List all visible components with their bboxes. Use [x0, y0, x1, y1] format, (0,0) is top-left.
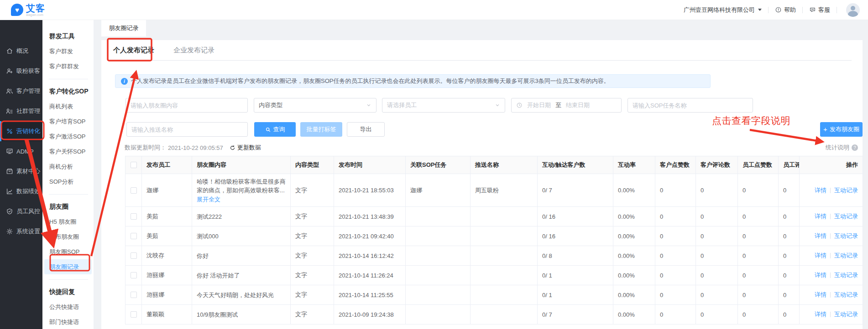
sidebar-item-员工风控[interactable]: 员工风控 — [0, 201, 42, 221]
cell-content: 今天天气好晴朗，处处好风光 — [192, 285, 291, 305]
date-range-picker[interactable]: 开始日期 至 结束日期 — [511, 98, 622, 113]
cell-sop — [406, 305, 471, 324]
submenu-item-客户群群发[interactable]: 客户群群发 — [42, 59, 94, 74]
home-icon — [6, 47, 13, 55]
page-tab-moments-record[interactable]: 朋友圈记录 — [101, 20, 146, 36]
cell-type: 文字 — [291, 207, 334, 226]
tab-personal-records[interactable]: 个人发布记录 — [113, 46, 154, 55]
detail-link[interactable]: 详情 — [815, 212, 826, 221]
submenu-item-客户激活SOP[interactable]: 客户激活SOP — [42, 129, 94, 144]
cell-push — [471, 226, 538, 246]
link-divider — [830, 272, 831, 278]
sidebar-item-数据绩效[interactable]: 数据绩效 — [0, 181, 42, 201]
sidebar-item-吸粉获客[interactable]: 吸粉获客 — [0, 61, 42, 81]
sop-task-input[interactable] — [633, 102, 748, 109]
cell-cust_comments: 0 — [696, 207, 738, 226]
divider — [837, 7, 837, 13]
push-name-input[interactable] — [131, 126, 243, 133]
cell-push — [471, 266, 538, 285]
interaction-record-link[interactable]: 互动记录 — [834, 271, 858, 279]
cell-cust_likes: 0 — [655, 305, 696, 324]
submenu-item-H5 朋友圈[interactable]: H5 朋友圈 — [42, 214, 94, 229]
submenu-item-客户培育SOP[interactable]: 客户培育SOP — [42, 114, 94, 129]
info-banner-text: 个人发布记录是员工在企业微信手机端对客户发布的朋友圈记录，朋友圈SOP任务的员工… — [131, 77, 610, 85]
expand-full-text-link[interactable]: 展开全文 — [197, 195, 220, 204]
row-checkbox[interactable] — [131, 187, 137, 194]
select-all-checkbox[interactable] — [131, 162, 137, 168]
cell-rate: 0.00% — [613, 226, 655, 246]
service-label: 客服 — [818, 6, 830, 14]
sidebar-item-ADMP[interactable]: ADMP — [0, 141, 42, 161]
cell-emp_likes: 0 — [738, 174, 779, 207]
detail-link[interactable]: 详情 — [815, 186, 826, 195]
cell-sop — [406, 207, 471, 226]
cell-cust_comments: 0 — [696, 305, 738, 324]
detail-link[interactable]: 详情 — [815, 252, 826, 260]
link-divider — [830, 312, 831, 317]
stats-explain-link[interactable]: 统计说明 ? — [826, 143, 858, 152]
cell-action: 详情互动记录 — [800, 305, 863, 324]
publish-moment-button[interactable]: + 发布朋友圈 — [820, 122, 863, 137]
sidebar-item-客户管理[interactable]: 客户管理 — [0, 81, 42, 101]
export-button[interactable]: 导出 — [347, 122, 385, 137]
row-checkbox[interactable] — [131, 213, 137, 220]
cell-rate: 0.00% — [613, 174, 655, 207]
content-type-select[interactable]: 内容类型 — [254, 98, 376, 113]
interaction-record-link[interactable]: 互动记录 — [834, 291, 858, 299]
community-icon — [6, 108, 13, 115]
submenu-item-部门快捷语[interactable]: 部门快捷语 — [42, 314, 94, 329]
interaction-record-link[interactable]: 互动记录 — [834, 252, 858, 260]
row-checkbox[interactable] — [131, 252, 137, 259]
batch-tag-button[interactable]: 批量打标签 — [300, 122, 342, 137]
company-dropdown[interactable]: 广州壹豆网络科技有限公司 — [684, 6, 762, 14]
search-button[interactable]: 查询 — [254, 122, 296, 137]
employee-select[interactable]: 请选择员工 — [382, 98, 505, 113]
row-checkbox[interactable] — [131, 272, 137, 278]
submenu-item-朋友圈SOP[interactable]: 朋友圈SOP — [42, 244, 94, 259]
refresh-data-link[interactable]: 更新数据 — [230, 144, 261, 152]
tab-enterprise-records[interactable]: 企业发布记录 — [173, 46, 214, 55]
detail-link[interactable]: 详情 — [815, 310, 826, 319]
page: ♥ 艾客 aiagain.com 广州壹豆网络科技有限公司 帮助 客服 — [0, 0, 868, 329]
sidebar-item-营销转化[interactable]: 营销转化 — [0, 121, 42, 141]
moment-content-text: 测试2222 — [197, 212, 286, 221]
row-checkbox[interactable] — [131, 292, 137, 298]
sidebar-item-label: 员工风控 — [16, 207, 40, 216]
sidebar-item-概况[interactable]: 概况 — [0, 41, 42, 61]
submenu-group-title: 快捷回复 — [42, 285, 94, 298]
interaction-record-link[interactable]: 互动记录 — [834, 212, 858, 221]
submenu-item-商机列表[interactable]: 商机列表 — [42, 99, 94, 114]
moment-content-input[interactable] — [131, 102, 243, 109]
update-time-label: 数据更新时间： — [125, 144, 166, 152]
submenu-item-SOP分析[interactable]: SOP分析 — [42, 174, 94, 189]
detail-link[interactable]: 详情 — [815, 271, 826, 279]
column-header-reach: 互动/触达客户数 — [538, 156, 613, 174]
cell-push — [471, 285, 538, 305]
row-checkbox[interactable] — [131, 233, 137, 239]
user-avatar[interactable] — [846, 3, 860, 17]
sidebar-item-系统设置[interactable]: 系统设置 — [0, 221, 42, 242]
detail-link[interactable]: 详情 — [815, 232, 826, 240]
sidebar-item-素材中心[interactable]: 素材中心 — [0, 161, 42, 181]
detail-link[interactable]: 详情 — [815, 291, 826, 299]
interaction-record-link[interactable]: 互动记录 — [834, 232, 858, 240]
interaction-record-link[interactable]: 互动记录 — [834, 310, 858, 319]
conversion-icon — [6, 128, 13, 135]
submenu-item-朋友圈记录[interactable]: 朋友圈记录 — [44, 259, 92, 274]
help-link[interactable]: 帮助 — [775, 6, 796, 14]
shield-icon — [6, 208, 13, 215]
submenu-item-客户关怀SOP[interactable]: 客户关怀SOP — [42, 144, 94, 159]
submenu-item-商机分析[interactable]: 商机分析 — [42, 159, 94, 174]
cell-cust_likes: 0 — [655, 207, 696, 226]
sidebar-item-社群管理[interactable]: 社群管理 — [0, 101, 42, 121]
service-link[interactable]: 客服 — [809, 6, 830, 14]
sidebar-item-label: ADMP — [16, 148, 34, 155]
interaction-record-link[interactable]: 互动记录 — [834, 186, 858, 195]
submenu-item-客户群发[interactable]: 客户群发 — [42, 44, 94, 59]
cell-sop — [406, 246, 471, 266]
logo-text: 艾客 — [26, 4, 45, 13]
submenu-item-公共快捷语[interactable]: 公共快捷语 — [42, 299, 94, 314]
submenu-group-title: 群发工具 — [42, 29, 94, 43]
row-checkbox[interactable] — [131, 311, 137, 318]
submenu-item-发布朋友圈[interactable]: 发布朋友圈 — [42, 229, 94, 244]
